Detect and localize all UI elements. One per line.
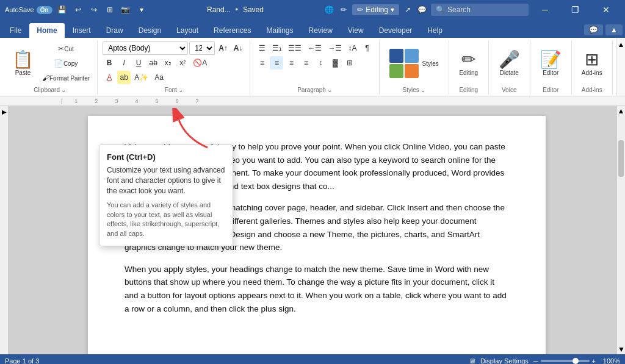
tab-home[interactable]: Home	[29, 23, 64, 38]
main-content: | 1 2 3 4 5 6 7 ▶ Video provides a power…	[0, 96, 625, 354]
editing-icon: ✏	[461, 51, 475, 70]
tab-layout[interactable]: Layout	[169, 23, 206, 38]
tab-references[interactable]: References	[206, 23, 258, 38]
tab-mailings[interactable]: Mailings	[259, 23, 300, 38]
line-spacing-button[interactable]: ↕	[314, 56, 327, 70]
copy-button[interactable]: 📄 Copy	[40, 57, 92, 70]
tab-file[interactable]: File	[2, 23, 29, 38]
tab-insert[interactable]: Insert	[65, 23, 98, 38]
font-size-dropdown[interactable]: 12	[189, 41, 215, 55]
sidebar-collapse[interactable]: ▶	[0, 106, 9, 354]
underline-button[interactable]: U	[132, 56, 145, 70]
shrink-font-button[interactable]: A↓	[231, 41, 245, 55]
comments-icon[interactable]: 💬	[416, 4, 428, 16]
more-icon[interactable]: ▾	[135, 4, 148, 16]
clipboard-group: 📋 Paste ✂ Cut 📄 Copy 🖌 Format Painter Cl…	[2, 40, 98, 95]
dictate-button[interactable]: 🎤 Dictate	[494, 48, 525, 79]
zoom-in-button[interactable]: +	[592, 357, 596, 364]
align-left-button[interactable]: ≡	[255, 56, 269, 70]
addins-button[interactable]: ⊞ Add-ins	[577, 48, 607, 79]
format-painter-button[interactable]: 🖌 Format Painter	[40, 71, 92, 85]
scroll-down-button[interactable]: ▼	[617, 344, 625, 354]
highlight-button[interactable]: ab	[117, 71, 131, 84]
cut-button[interactable]: ✂ Cut	[40, 42, 92, 55]
minimize-button[interactable]: ─	[531, 0, 559, 20]
restore-button[interactable]: ❐	[562, 0, 590, 20]
styles-button[interactable]: Styles	[385, 46, 444, 80]
borders-button[interactable]: ⊞	[343, 56, 356, 70]
doc-name: Rand...	[207, 5, 231, 14]
change-case-button[interactable]: Aa	[152, 71, 166, 84]
scroll-up-button[interactable]: ▲	[617, 106, 625, 116]
superscript-button[interactable]: x²	[176, 56, 189, 70]
paragraph-dialog-launcher[interactable]: ⌄	[327, 87, 332, 93]
tab-review[interactable]: Review	[302, 23, 340, 38]
editing-label: Editing	[366, 5, 388, 14]
tab-design[interactable]: Design	[131, 23, 168, 38]
show-marks-button[interactable]: ¶	[361, 41, 374, 55]
font-family-dropdown[interactable]: Aptos (Body)	[103, 41, 188, 55]
table-icon[interactable]: ⊞	[104, 4, 116, 16]
scrollbar-thumb[interactable]	[618, 140, 624, 177]
align-center-button[interactable]: ≡	[270, 56, 283, 70]
tooltip-extra: You can add a variety of styles and colo…	[107, 201, 225, 238]
autosave-toggle[interactable]: AutoSave On	[5, 6, 52, 14]
zoom-out-button[interactable]: ─	[533, 357, 538, 364]
font-dialog-launcher[interactable]: ⌄	[178, 87, 183, 93]
vertical-scrollbar[interactable]: ▲ ▼	[616, 106, 625, 354]
ribbon-collapse-button[interactable]: ▲	[616, 38, 625, 96]
text-effects-button[interactable]: A✨	[132, 71, 151, 84]
display-settings-icon[interactable]: 🖥	[469, 357, 475, 364]
display-settings-label[interactable]: Display Settings	[480, 357, 529, 364]
styles-label: Styles	[422, 60, 439, 67]
editing-badge[interactable]: ✏ Editing ▾	[352, 4, 399, 15]
tab-draw[interactable]: Draw	[99, 23, 131, 38]
decrease-indent-button[interactable]: ←☰	[305, 41, 324, 55]
text-color-button[interactable]: A	[103, 71, 116, 84]
clipboard-dialog-icon[interactable]: ⌄	[61, 87, 66, 93]
search-placeholder: Search	[447, 5, 471, 14]
close-button[interactable]: ✕	[592, 0, 620, 20]
globe-icon[interactable]: 🌐	[323, 4, 335, 16]
collapse-ribbon-button[interactable]: ▲	[605, 24, 623, 35]
undo-icon[interactable]: ↩	[72, 4, 84, 16]
bold-button[interactable]: B	[103, 56, 116, 70]
voice-label: Voice	[494, 85, 525, 93]
styles-label-group: Styles ⌄	[385, 85, 444, 93]
shading-button[interactable]: ▓	[328, 56, 342, 70]
clear-format-button[interactable]: 🚫A	[190, 56, 209, 70]
paste-button[interactable]: 📋 Paste	[7, 41, 38, 85]
styles-dialog-launcher[interactable]: ⌄	[421, 87, 425, 93]
page-info: Page 1 of 3	[5, 357, 39, 364]
redo-icon[interactable]: ↪	[88, 4, 100, 16]
italic-button[interactable]: I	[117, 56, 131, 70]
comment-button[interactable]: 💬	[584, 24, 603, 35]
search-box[interactable]: 🔍 Search	[431, 4, 529, 16]
numbering-button[interactable]: ☰₁	[270, 41, 284, 55]
autosave-state[interactable]: On	[37, 6, 52, 14]
dictate-label: Dictate	[500, 70, 519, 76]
editing-button[interactable]: ✏ Editing	[454, 48, 483, 79]
save-icon[interactable]: 💾	[56, 4, 68, 16]
share-icon[interactable]: ↗	[402, 4, 414, 16]
tab-help[interactable]: Help	[420, 23, 450, 38]
pen-icon[interactable]: ✏	[338, 4, 350, 16]
strikethrough-button[interactable]: ab	[146, 56, 160, 70]
zoom-level: 100%	[598, 357, 620, 364]
multilevel-button[interactable]: ☰☰	[286, 41, 304, 55]
title-bar: AutoSave On 💾 ↩ ↪ ⊞ 📷 ▾ Rand... • Saved …	[0, 0, 625, 20]
screenshot-icon[interactable]: 📷	[120, 4, 132, 16]
subscript-button[interactable]: x₂	[161, 56, 175, 70]
editor-button[interactable]: 📝 Editor	[535, 48, 566, 79]
addins-group: ⊞ Add-ins Add-ins	[572, 40, 613, 95]
justify-button[interactable]: ≡	[299, 56, 312, 70]
tab-developer[interactable]: Developer	[372, 23, 420, 38]
grow-font-button[interactable]: A↑	[216, 41, 230, 55]
tab-view[interactable]: View	[341, 23, 371, 38]
increase-indent-button[interactable]: →☰	[325, 41, 344, 55]
zoom-slider[interactable]	[541, 360, 590, 362]
bullets-button[interactable]: ☰	[255, 41, 269, 55]
align-right-button[interactable]: ≡	[284, 56, 298, 70]
sort-button[interactable]: ↕A	[345, 41, 359, 55]
addins-label: Add-ins	[582, 70, 602, 76]
